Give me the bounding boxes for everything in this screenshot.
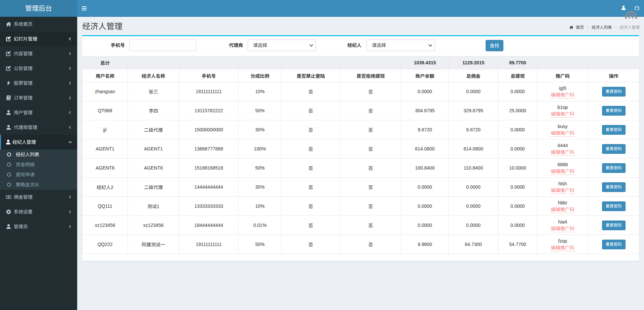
svg-text:R: R	[628, 12, 634, 19]
